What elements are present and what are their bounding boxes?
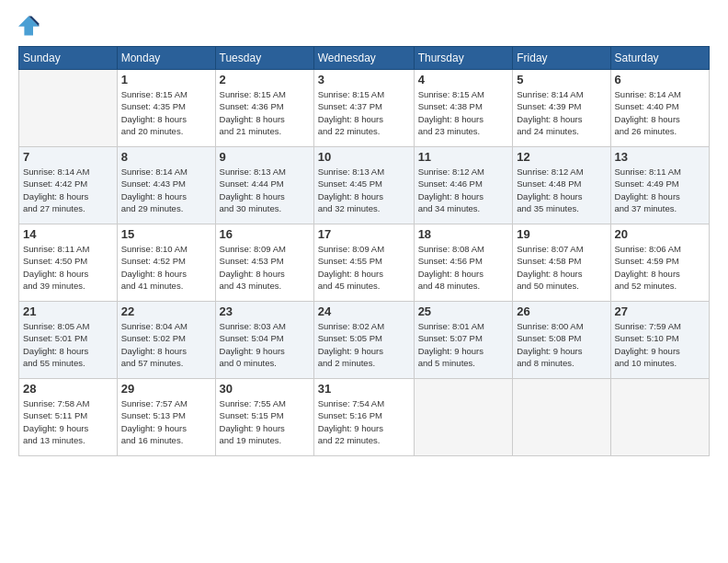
- day-number: 20: [615, 227, 705, 241]
- day-info: Sunrise: 8:04 AMSunset: 5:02 PMDaylight:…: [121, 320, 211, 369]
- day-info: Sunrise: 7:54 AMSunset: 5:16 PMDaylight:…: [318, 397, 410, 446]
- day-number: 21: [23, 304, 113, 318]
- day-info: Sunrise: 8:00 AMSunset: 5:08 PMDaylight:…: [517, 320, 606, 369]
- day-number: 9: [220, 150, 310, 164]
- day-info: Sunrise: 8:15 AMSunset: 4:35 PMDaylight:…: [121, 88, 211, 137]
- calendar-day-empty: [513, 379, 610, 456]
- day-number: 23: [220, 304, 310, 318]
- day-info: Sunrise: 8:15 AMSunset: 4:36 PMDaylight:…: [220, 88, 310, 137]
- calendar-day-30: 30Sunrise: 7:55 AMSunset: 5:15 PMDayligh…: [215, 379, 313, 456]
- day-info: Sunrise: 8:15 AMSunset: 4:37 PMDaylight:…: [318, 88, 410, 137]
- calendar-week-row: 1Sunrise: 8:15 AMSunset: 4:35 PMDaylight…: [19, 70, 710, 147]
- day-number: 10: [318, 150, 410, 164]
- day-info: Sunrise: 8:06 AMSunset: 4:59 PMDaylight:…: [615, 243, 705, 292]
- day-number: 25: [418, 304, 509, 318]
- weekday-header-thursday: Thursday: [414, 47, 513, 70]
- day-info: Sunrise: 8:11 AMSunset: 4:49 PMDaylight:…: [615, 166, 705, 214]
- day-info: Sunrise: 8:11 AMSunset: 4:50 PMDaylight:…: [23, 243, 113, 292]
- calendar-day-31: 31Sunrise: 7:54 AMSunset: 5:16 PMDayligh…: [313, 379, 414, 456]
- day-number: 26: [517, 304, 606, 318]
- day-info: Sunrise: 7:55 AMSunset: 5:15 PMDaylight:…: [220, 397, 310, 446]
- weekday-header-friday: Friday: [513, 47, 610, 70]
- day-info: Sunrise: 8:14 AMSunset: 4:42 PMDaylight:…: [23, 166, 113, 214]
- day-number: 31: [318, 382, 410, 396]
- day-number: 13: [615, 150, 705, 164]
- weekday-header-tuesday: Tuesday: [215, 47, 313, 70]
- day-info: Sunrise: 8:09 AMSunset: 4:55 PMDaylight:…: [318, 243, 410, 292]
- day-info: Sunrise: 8:12 AMSunset: 4:48 PMDaylight:…: [517, 166, 606, 214]
- day-number: 27: [615, 304, 705, 318]
- calendar-day-18: 18Sunrise: 8:08 AMSunset: 4:56 PMDayligh…: [414, 224, 513, 302]
- day-info: Sunrise: 7:57 AMSunset: 5:13 PMDaylight:…: [121, 397, 211, 446]
- calendar-day-26: 26Sunrise: 8:00 AMSunset: 5:08 PMDayligh…: [513, 302, 610, 379]
- day-info: Sunrise: 8:12 AMSunset: 4:46 PMDaylight:…: [418, 166, 509, 214]
- calendar-day-6: 6Sunrise: 8:14 AMSunset: 4:40 PMDaylight…: [610, 70, 709, 147]
- day-number: 11: [418, 150, 509, 164]
- day-number: 2: [220, 73, 310, 86]
- day-info: Sunrise: 8:14 AMSunset: 4:39 PMDaylight:…: [517, 88, 606, 137]
- day-number: 15: [121, 227, 211, 241]
- weekday-header-saturday: Saturday: [610, 47, 709, 70]
- day-info: Sunrise: 8:07 AMSunset: 4:58 PMDaylight:…: [517, 243, 606, 292]
- day-number: 16: [220, 227, 310, 241]
- calendar-day-12: 12Sunrise: 8:12 AMSunset: 4:48 PMDayligh…: [513, 147, 610, 224]
- logo-icon: [18, 15, 40, 37]
- day-number: 24: [318, 304, 410, 318]
- calendar-day-empty: [610, 379, 709, 456]
- calendar-day-23: 23Sunrise: 8:03 AMSunset: 5:04 PMDayligh…: [215, 302, 313, 379]
- day-number: 30: [220, 382, 310, 396]
- calendar-day-5: 5Sunrise: 8:14 AMSunset: 4:39 PMDaylight…: [513, 70, 610, 147]
- day-number: 8: [121, 150, 211, 164]
- day-info: Sunrise: 8:03 AMSunset: 5:04 PMDaylight:…: [220, 320, 310, 369]
- day-number: 5: [517, 73, 606, 86]
- day-info: Sunrise: 8:10 AMSunset: 4:52 PMDaylight:…: [121, 243, 211, 292]
- calendar-day-7: 7Sunrise: 8:14 AMSunset: 4:42 PMDaylight…: [19, 147, 118, 224]
- calendar-week-row: 21Sunrise: 8:05 AMSunset: 5:01 PMDayligh…: [19, 302, 710, 379]
- calendar-day-3: 3Sunrise: 8:15 AMSunset: 4:37 PMDaylight…: [313, 70, 414, 147]
- calendar-day-11: 11Sunrise: 8:12 AMSunset: 4:46 PMDayligh…: [414, 147, 513, 224]
- calendar-day-25: 25Sunrise: 8:01 AMSunset: 5:07 PMDayligh…: [414, 302, 513, 379]
- calendar-day-2: 2Sunrise: 8:15 AMSunset: 4:36 PMDaylight…: [215, 70, 313, 147]
- day-number: 18: [418, 227, 509, 241]
- day-number: 1: [121, 73, 211, 86]
- calendar-day-15: 15Sunrise: 8:10 AMSunset: 4:52 PMDayligh…: [117, 224, 215, 302]
- day-info: Sunrise: 8:05 AMSunset: 5:01 PMDaylight:…: [23, 320, 113, 369]
- calendar-day-17: 17Sunrise: 8:09 AMSunset: 4:55 PMDayligh…: [313, 224, 414, 302]
- day-info: Sunrise: 8:13 AMSunset: 4:45 PMDaylight:…: [318, 166, 410, 214]
- calendar-day-16: 16Sunrise: 8:09 AMSunset: 4:53 PMDayligh…: [215, 224, 313, 302]
- day-info: Sunrise: 8:14 AMSunset: 4:43 PMDaylight:…: [121, 166, 211, 214]
- calendar-week-row: 7Sunrise: 8:14 AMSunset: 4:42 PMDaylight…: [19, 147, 710, 224]
- calendar-day-empty: [19, 70, 118, 147]
- calendar-day-27: 27Sunrise: 7:59 AMSunset: 5:10 PMDayligh…: [610, 302, 709, 379]
- page-header: [18, 15, 710, 37]
- calendar-day-29: 29Sunrise: 7:57 AMSunset: 5:13 PMDayligh…: [117, 379, 215, 456]
- calendar-day-1: 1Sunrise: 8:15 AMSunset: 4:35 PMDaylight…: [117, 70, 215, 147]
- day-info: Sunrise: 8:13 AMSunset: 4:44 PMDaylight:…: [220, 166, 310, 214]
- day-number: 17: [318, 227, 410, 241]
- calendar-table: SundayMondayTuesdayWednesdayThursdayFrid…: [18, 46, 710, 456]
- calendar-week-row: 14Sunrise: 8:11 AMSunset: 4:50 PMDayligh…: [19, 224, 710, 302]
- calendar-day-21: 21Sunrise: 8:05 AMSunset: 5:01 PMDayligh…: [19, 302, 118, 379]
- calendar-day-4: 4Sunrise: 8:15 AMSunset: 4:38 PMDaylight…: [414, 70, 513, 147]
- day-info: Sunrise: 8:14 AMSunset: 4:40 PMDaylight:…: [615, 88, 705, 137]
- calendar-day-24: 24Sunrise: 8:02 AMSunset: 5:05 PMDayligh…: [313, 302, 414, 379]
- day-info: Sunrise: 7:58 AMSunset: 5:11 PMDaylight:…: [23, 397, 113, 446]
- day-number: 6: [615, 73, 705, 86]
- day-number: 3: [318, 73, 410, 86]
- day-info: Sunrise: 8:15 AMSunset: 4:38 PMDaylight:…: [418, 88, 509, 137]
- day-number: 12: [517, 150, 606, 164]
- day-number: 28: [23, 382, 113, 396]
- calendar-week-row: 28Sunrise: 7:58 AMSunset: 5:11 PMDayligh…: [19, 379, 710, 456]
- weekday-header-monday: Monday: [117, 47, 215, 70]
- calendar-day-28: 28Sunrise: 7:58 AMSunset: 5:11 PMDayligh…: [19, 379, 118, 456]
- svg-marker-0: [18, 17, 39, 36]
- day-info: Sunrise: 8:02 AMSunset: 5:05 PMDaylight:…: [318, 320, 410, 369]
- calendar-day-14: 14Sunrise: 8:11 AMSunset: 4:50 PMDayligh…: [19, 224, 118, 302]
- calendar-day-22: 22Sunrise: 8:04 AMSunset: 5:02 PMDayligh…: [117, 302, 215, 379]
- calendar-day-13: 13Sunrise: 8:11 AMSunset: 4:49 PMDayligh…: [610, 147, 709, 224]
- calendar-day-20: 20Sunrise: 8:06 AMSunset: 4:59 PMDayligh…: [610, 224, 709, 302]
- calendar-day-empty: [414, 379, 513, 456]
- day-info: Sunrise: 7:59 AMSunset: 5:10 PMDaylight:…: [615, 320, 705, 369]
- day-number: 14: [23, 227, 113, 241]
- calendar-day-10: 10Sunrise: 8:13 AMSunset: 4:45 PMDayligh…: [313, 147, 414, 224]
